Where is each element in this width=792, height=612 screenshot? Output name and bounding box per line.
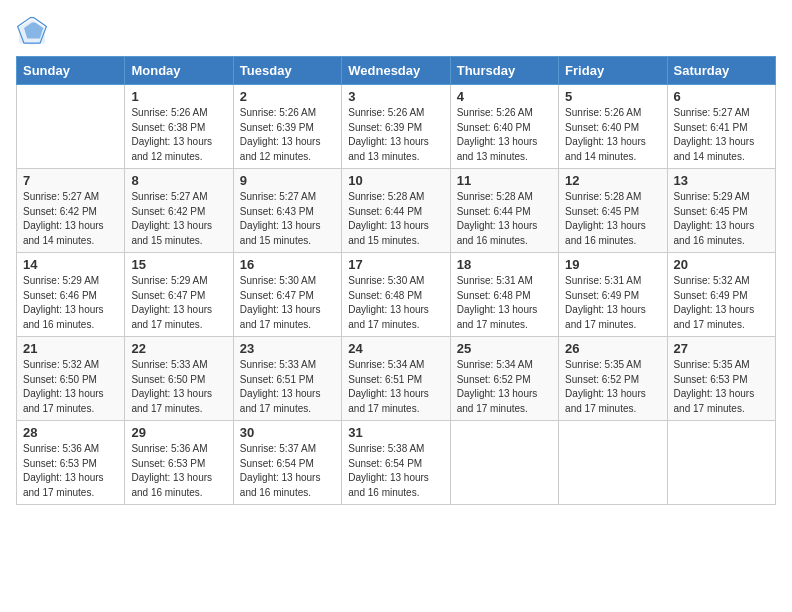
day-number: 23	[240, 341, 335, 356]
calendar-cell: 18Sunrise: 5:31 AM Sunset: 6:48 PM Dayli…	[450, 253, 558, 337]
calendar-cell: 26Sunrise: 5:35 AM Sunset: 6:52 PM Dayli…	[559, 337, 667, 421]
day-info: Sunrise: 5:35 AM Sunset: 6:53 PM Dayligh…	[674, 358, 769, 416]
day-number: 9	[240, 173, 335, 188]
day-number: 14	[23, 257, 118, 272]
calendar-cell: 27Sunrise: 5:35 AM Sunset: 6:53 PM Dayli…	[667, 337, 775, 421]
calendar-cell: 30Sunrise: 5:37 AM Sunset: 6:54 PM Dayli…	[233, 421, 341, 505]
calendar-cell: 5Sunrise: 5:26 AM Sunset: 6:40 PM Daylig…	[559, 85, 667, 169]
calendar-cell: 12Sunrise: 5:28 AM Sunset: 6:45 PM Dayli…	[559, 169, 667, 253]
day-number: 17	[348, 257, 443, 272]
day-number: 8	[131, 173, 226, 188]
day-info: Sunrise: 5:30 AM Sunset: 6:47 PM Dayligh…	[240, 274, 335, 332]
day-info: Sunrise: 5:29 AM Sunset: 6:45 PM Dayligh…	[674, 190, 769, 248]
day-info: Sunrise: 5:33 AM Sunset: 6:50 PM Dayligh…	[131, 358, 226, 416]
day-number: 27	[674, 341, 769, 356]
day-info: Sunrise: 5:26 AM Sunset: 6:40 PM Dayligh…	[565, 106, 660, 164]
day-number: 16	[240, 257, 335, 272]
logo	[16, 16, 52, 48]
calendar-week-2: 14Sunrise: 5:29 AM Sunset: 6:46 PM Dayli…	[17, 253, 776, 337]
day-info: Sunrise: 5:31 AM Sunset: 6:48 PM Dayligh…	[457, 274, 552, 332]
day-info: Sunrise: 5:38 AM Sunset: 6:54 PM Dayligh…	[348, 442, 443, 500]
day-info: Sunrise: 5:28 AM Sunset: 6:44 PM Dayligh…	[457, 190, 552, 248]
day-number: 22	[131, 341, 226, 356]
day-number: 4	[457, 89, 552, 104]
day-info: Sunrise: 5:26 AM Sunset: 6:40 PM Dayligh…	[457, 106, 552, 164]
calendar-cell: 15Sunrise: 5:29 AM Sunset: 6:47 PM Dayli…	[125, 253, 233, 337]
calendar-cell: 17Sunrise: 5:30 AM Sunset: 6:48 PM Dayli…	[342, 253, 450, 337]
day-number: 28	[23, 425, 118, 440]
calendar-cell: 22Sunrise: 5:33 AM Sunset: 6:50 PM Dayli…	[125, 337, 233, 421]
calendar-week-3: 21Sunrise: 5:32 AM Sunset: 6:50 PM Dayli…	[17, 337, 776, 421]
calendar-cell: 24Sunrise: 5:34 AM Sunset: 6:51 PM Dayli…	[342, 337, 450, 421]
calendar-cell: 21Sunrise: 5:32 AM Sunset: 6:50 PM Dayli…	[17, 337, 125, 421]
day-info: Sunrise: 5:31 AM Sunset: 6:49 PM Dayligh…	[565, 274, 660, 332]
day-number: 10	[348, 173, 443, 188]
calendar-cell: 1Sunrise: 5:26 AM Sunset: 6:38 PM Daylig…	[125, 85, 233, 169]
calendar-cell	[667, 421, 775, 505]
day-number: 7	[23, 173, 118, 188]
day-number: 19	[565, 257, 660, 272]
day-info: Sunrise: 5:34 AM Sunset: 6:51 PM Dayligh…	[348, 358, 443, 416]
weekday-header-monday: Monday	[125, 57, 233, 85]
weekday-header-tuesday: Tuesday	[233, 57, 341, 85]
weekday-header-saturday: Saturday	[667, 57, 775, 85]
day-number: 12	[565, 173, 660, 188]
day-info: Sunrise: 5:32 AM Sunset: 6:49 PM Dayligh…	[674, 274, 769, 332]
day-info: Sunrise: 5:37 AM Sunset: 6:54 PM Dayligh…	[240, 442, 335, 500]
calendar-cell: 8Sunrise: 5:27 AM Sunset: 6:42 PM Daylig…	[125, 169, 233, 253]
calendar-cell: 7Sunrise: 5:27 AM Sunset: 6:42 PM Daylig…	[17, 169, 125, 253]
calendar-cell: 13Sunrise: 5:29 AM Sunset: 6:45 PM Dayli…	[667, 169, 775, 253]
calendar-cell: 19Sunrise: 5:31 AM Sunset: 6:49 PM Dayli…	[559, 253, 667, 337]
day-number: 2	[240, 89, 335, 104]
calendar-cell: 4Sunrise: 5:26 AM Sunset: 6:40 PM Daylig…	[450, 85, 558, 169]
calendar-cell: 3Sunrise: 5:26 AM Sunset: 6:39 PM Daylig…	[342, 85, 450, 169]
day-number: 11	[457, 173, 552, 188]
day-info: Sunrise: 5:28 AM Sunset: 6:44 PM Dayligh…	[348, 190, 443, 248]
calendar-week-0: 1Sunrise: 5:26 AM Sunset: 6:38 PM Daylig…	[17, 85, 776, 169]
calendar-cell: 25Sunrise: 5:34 AM Sunset: 6:52 PM Dayli…	[450, 337, 558, 421]
day-number: 18	[457, 257, 552, 272]
weekday-header-thursday: Thursday	[450, 57, 558, 85]
calendar-cell	[17, 85, 125, 169]
calendar-cell: 31Sunrise: 5:38 AM Sunset: 6:54 PM Dayli…	[342, 421, 450, 505]
day-info: Sunrise: 5:33 AM Sunset: 6:51 PM Dayligh…	[240, 358, 335, 416]
calendar-cell: 6Sunrise: 5:27 AM Sunset: 6:41 PM Daylig…	[667, 85, 775, 169]
day-info: Sunrise: 5:32 AM Sunset: 6:50 PM Dayligh…	[23, 358, 118, 416]
day-number: 26	[565, 341, 660, 356]
calendar-cell: 9Sunrise: 5:27 AM Sunset: 6:43 PM Daylig…	[233, 169, 341, 253]
day-number: 31	[348, 425, 443, 440]
day-info: Sunrise: 5:36 AM Sunset: 6:53 PM Dayligh…	[23, 442, 118, 500]
weekday-header-sunday: Sunday	[17, 57, 125, 85]
day-number: 15	[131, 257, 226, 272]
day-number: 21	[23, 341, 118, 356]
calendar-week-1: 7Sunrise: 5:27 AM Sunset: 6:42 PM Daylig…	[17, 169, 776, 253]
day-info: Sunrise: 5:29 AM Sunset: 6:46 PM Dayligh…	[23, 274, 118, 332]
weekday-row: SundayMondayTuesdayWednesdayThursdayFrid…	[17, 57, 776, 85]
day-number: 29	[131, 425, 226, 440]
calendar-cell: 2Sunrise: 5:26 AM Sunset: 6:39 PM Daylig…	[233, 85, 341, 169]
logo-icon	[16, 16, 48, 48]
day-number: 5	[565, 89, 660, 104]
calendar-table: SundayMondayTuesdayWednesdayThursdayFrid…	[16, 56, 776, 505]
calendar-cell	[450, 421, 558, 505]
day-number: 6	[674, 89, 769, 104]
day-info: Sunrise: 5:35 AM Sunset: 6:52 PM Dayligh…	[565, 358, 660, 416]
day-number: 3	[348, 89, 443, 104]
calendar-body: 1Sunrise: 5:26 AM Sunset: 6:38 PM Daylig…	[17, 85, 776, 505]
day-info: Sunrise: 5:34 AM Sunset: 6:52 PM Dayligh…	[457, 358, 552, 416]
calendar-cell: 10Sunrise: 5:28 AM Sunset: 6:44 PM Dayli…	[342, 169, 450, 253]
day-info: Sunrise: 5:27 AM Sunset: 6:41 PM Dayligh…	[674, 106, 769, 164]
calendar-cell: 14Sunrise: 5:29 AM Sunset: 6:46 PM Dayli…	[17, 253, 125, 337]
day-info: Sunrise: 5:26 AM Sunset: 6:38 PM Dayligh…	[131, 106, 226, 164]
day-info: Sunrise: 5:27 AM Sunset: 6:43 PM Dayligh…	[240, 190, 335, 248]
calendar-week-4: 28Sunrise: 5:36 AM Sunset: 6:53 PM Dayli…	[17, 421, 776, 505]
day-info: Sunrise: 5:27 AM Sunset: 6:42 PM Dayligh…	[23, 190, 118, 248]
day-number: 24	[348, 341, 443, 356]
day-number: 20	[674, 257, 769, 272]
calendar-cell: 28Sunrise: 5:36 AM Sunset: 6:53 PM Dayli…	[17, 421, 125, 505]
day-info: Sunrise: 5:29 AM Sunset: 6:47 PM Dayligh…	[131, 274, 226, 332]
calendar-cell	[559, 421, 667, 505]
calendar-cell: 29Sunrise: 5:36 AM Sunset: 6:53 PM Dayli…	[125, 421, 233, 505]
calendar-cell: 11Sunrise: 5:28 AM Sunset: 6:44 PM Dayli…	[450, 169, 558, 253]
day-number: 25	[457, 341, 552, 356]
